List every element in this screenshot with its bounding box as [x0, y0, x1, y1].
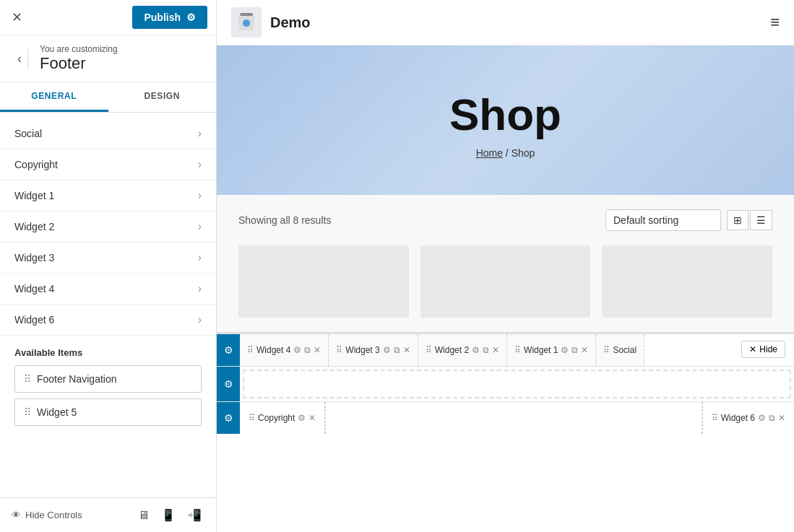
eye-icon: 👁	[12, 510, 21, 520]
hide-footer-button[interactable]: ✕ Hide	[741, 341, 785, 358]
widget6-copy-icon[interactable]: ⧉	[769, 413, 775, 423]
menu-item-social[interactable]: Social ›	[0, 118, 216, 149]
menu-item-copyright-label: Copyright	[14, 159, 58, 170]
grid-view-button[interactable]: ⊞	[727, 210, 748, 230]
menu-item-widget3[interactable]: Widget 3 ›	[0, 243, 216, 274]
drag-icon: ⠿	[336, 345, 342, 355]
copyright-label: Copyright	[258, 413, 295, 423]
footer-row-gear-2[interactable]: ⚙	[217, 367, 240, 401]
menu-item-widget1[interactable]: Widget 1 ›	[0, 180, 216, 212]
hide-controls-button[interactable]: 👁 Hide Controls	[12, 510, 82, 520]
product-card	[420, 245, 591, 318]
breadcrumb-home-link[interactable]: Home	[476, 147, 503, 159]
footer-widget-widget1: ⠿ Widget 1 ⚙ ⧉ ✕	[507, 334, 596, 366]
sort-select[interactable]: Default sorting	[605, 209, 721, 231]
social-name: Social	[613, 345, 637, 355]
widget6-gear-icon[interactable]: ⚙	[758, 413, 766, 423]
preview-area: Demo ≡ Shop Home / Shop Showing all 8 re…	[217, 0, 794, 532]
footer-row-gear-3[interactable]: ⚙	[217, 402, 240, 434]
customizing-text: You are customizing Footer	[40, 44, 118, 73]
menu-item-widget6[interactable]: Widget 6 ›	[0, 305, 216, 336]
preview-header: Demo ≡	[217, 0, 794, 45]
shop-content: Showing all 8 results Default sorting ⊞ …	[217, 195, 794, 332]
menu-item-widget1-label: Widget 1	[14, 190, 54, 201]
widget4-gear-icon[interactable]: ⚙	[293, 345, 301, 355]
footer-nav-label: Footer Navigation	[37, 373, 117, 385]
footer-widget-widget4: ⠿ Widget 4 ⚙ ⧉ ✕	[240, 334, 329, 366]
tabs-row: GENERAL DESIGN	[0, 82, 216, 113]
publish-label: Publish	[144, 12, 181, 23]
widget6-label: Widget 6	[721, 413, 755, 423]
widget1-close-icon[interactable]: ✕	[581, 345, 588, 355]
footer-widget-social: ⠿ Social	[596, 334, 644, 366]
widget4-close-icon[interactable]: ✕	[314, 345, 321, 355]
copyright-close-icon[interactable]: ✕	[308, 413, 316, 423]
drag-icon: ⠿	[247, 345, 254, 355]
widget4-copy-icon[interactable]: ⧉	[304, 345, 311, 355]
footer-copyright-widget: ⠿ Copyright ⚙ ✕	[240, 402, 325, 434]
available-item-widget5[interactable]: ⠿ Widget 5	[14, 398, 202, 426]
gear-icon: ⚙	[224, 378, 233, 390]
hide-controls-label: Hide Controls	[25, 510, 82, 520]
widget1-copy-icon[interactable]: ⧉	[571, 345, 578, 355]
tab-general[interactable]: GENERAL	[0, 82, 108, 112]
logo-icon	[231, 7, 262, 38]
site-name: Demo	[270, 14, 311, 31]
widget2-gear-icon[interactable]: ⚙	[472, 345, 480, 355]
site-logo: Demo	[231, 7, 311, 38]
list-view-button[interactable]: ☰	[750, 210, 772, 230]
chevron-right-icon: ›	[198, 189, 202, 202]
menu-item-widget2[interactable]: Widget 2 ›	[0, 212, 216, 243]
widget3-close-icon[interactable]: ✕	[403, 345, 410, 355]
close-button[interactable]: ✕	[9, 6, 25, 28]
drag-handle-icon: ⠿	[24, 373, 31, 385]
tablet-view-button[interactable]: 📱	[158, 505, 178, 525]
mobile-view-button[interactable]: 📲	[184, 505, 204, 525]
copyright-gear-icon[interactable]: ⚙	[298, 413, 306, 423]
available-items-section: Available Items ⠿ Footer Navigation ⠿ Wi…	[0, 336, 216, 437]
desktop-view-button[interactable]: 🖥	[135, 505, 152, 525]
footer-row-1: ⚙ ⠿ Widget 4 ⚙ ⧉ ✕ ⠿ Widget 3 ⚙ ⧉	[217, 333, 794, 366]
menu-item-widget4[interactable]: Widget 4 ›	[0, 274, 216, 305]
footer-widgets-row-2	[243, 370, 791, 398]
drag-icon: ⠿	[249, 413, 255, 423]
customizing-section: ‹ You are customizing Footer	[0, 35, 216, 82]
widget3-copy-icon[interactable]: ⧉	[394, 345, 400, 355]
widget4-name: Widget 4	[256, 345, 290, 355]
drag-icon: ⠿	[426, 345, 432, 355]
available-items-title: Available Items	[14, 347, 202, 358]
close-x-icon: ✕	[749, 344, 756, 354]
footer-widget6: ⠿ Widget 6 ⚙ ⧉ ✕	[702, 402, 794, 434]
hamburger-menu-icon[interactable]: ≡	[770, 13, 780, 32]
tab-design[interactable]: DESIGN	[108, 82, 217, 112]
chevron-right-icon: ›	[198, 313, 202, 326]
menu-item-widget2-label: Widget 2	[14, 221, 54, 232]
widget6-close-icon[interactable]: ✕	[778, 413, 785, 423]
widget3-gear-icon[interactable]: ⚙	[383, 345, 391, 355]
chevron-right-icon: ›	[198, 158, 202, 171]
widget3-name: Widget 3	[345, 345, 379, 355]
drag-handle-icon: ⠿	[24, 406, 31, 418]
widget2-copy-icon[interactable]: ⧉	[483, 345, 489, 355]
widget2-close-icon[interactable]: ✕	[492, 345, 499, 355]
footer-overlay: ✕ Hide ⚙ ⠿ Widget 4 ⚙ ⧉ ✕ ⠿	[217, 332, 794, 434]
results-count: Showing all 8 results	[238, 214, 331, 226]
available-item-footer-nav[interactable]: ⠿ Footer Navigation	[14, 365, 202, 393]
widget1-gear-icon[interactable]: ⚙	[561, 345, 569, 355]
chevron-right-icon: ›	[198, 127, 202, 140]
publish-button[interactable]: Publish ⚙	[132, 6, 207, 29]
products-grid	[238, 245, 772, 318]
shop-page-title: Shop	[246, 89, 765, 140]
back-button[interactable]: ‹	[12, 48, 28, 69]
menu-item-widget3-label: Widget 3	[14, 252, 54, 263]
sorting-row: Default sorting ⊞ ☰	[605, 209, 772, 231]
shop-toolbar: Showing all 8 results Default sorting ⊞ …	[238, 209, 772, 231]
panel-footer: 👁 Hide Controls 🖥 📱 📲	[0, 497, 216, 532]
menu-item-copyright[interactable]: Copyright ›	[0, 149, 216, 180]
gear-icon: ⚙	[224, 344, 233, 356]
menu-item-widget4-label: Widget 4	[14, 283, 54, 295]
drag-icon: ⠿	[514, 345, 521, 355]
chevron-right-icon: ›	[198, 282, 202, 295]
footer-row-gear-1[interactable]: ⚙	[217, 334, 240, 366]
customizing-title: Footer	[40, 54, 118, 73]
